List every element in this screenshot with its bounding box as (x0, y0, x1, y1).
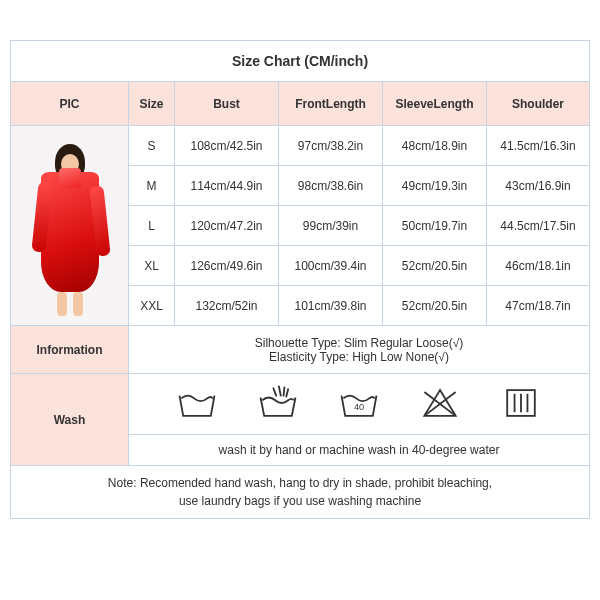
data-rows: S 108cm/42.5in 97cm/38.2in 48cm/18.9in 4… (129, 126, 589, 326)
cell-shoulder: 41.5cm/16.3in (487, 126, 589, 166)
header-bust: Bust (175, 82, 279, 126)
cell-size: XXL (129, 286, 175, 326)
cell-shoulder: 47cm/18.7in (487, 286, 589, 326)
note-line1: Note: Recomended hand wash, hang to dry … (31, 474, 569, 492)
svg-text:40: 40 (354, 402, 364, 412)
wash-row: Wash (11, 374, 589, 466)
cell-sleeve: 48cm/18.9in (383, 126, 487, 166)
cell-size: XL (129, 246, 175, 286)
wash-basin-icon (174, 381, 220, 428)
hand-wash-icon (255, 381, 301, 428)
note-row: Note: Recomended hand wash, hang to dry … (11, 466, 589, 518)
chart-title: Size Chart (CM/inch) (11, 41, 589, 82)
header-size: Size (129, 82, 175, 126)
cell-shoulder: 46cm/18.1in (487, 246, 589, 286)
model-illustration (25, 136, 115, 316)
header-sleeve: SleeveLength (383, 82, 487, 126)
cell-front: 98cm/38.6in (279, 166, 383, 206)
cell-bust: 132cm/52in (175, 286, 279, 326)
cell-size: S (129, 126, 175, 166)
note-line2: use laundry bags if you use washing mach… (31, 492, 569, 510)
no-bleach-icon (417, 381, 463, 428)
header-pic: PIC (11, 82, 129, 126)
table-row: M 114cm/44.9in 98cm/38.6in 49cm/19.3in 4… (129, 166, 589, 206)
table-row: XXL 132cm/52in 101cm/39.8in 52cm/20.5in … (129, 286, 589, 326)
wash-content: 40 (129, 374, 589, 466)
cell-bust: 126cm/49.6in (175, 246, 279, 286)
wash-icons: 40 (129, 374, 589, 435)
cell-front: 97cm/38.2in (279, 126, 383, 166)
information-row: Information Silhouette Type: Slim Regula… (11, 326, 589, 374)
table-row: S 108cm/42.5in 97cm/38.2in 48cm/18.9in 4… (129, 126, 589, 166)
cell-sleeve: 52cm/20.5in (383, 286, 487, 326)
cell-sleeve: 49cm/19.3in (383, 166, 487, 206)
size-chart: Size Chart (CM/inch) PIC Size Bust Front… (10, 40, 590, 519)
cell-shoulder: 44.5cm/17.5in (487, 206, 589, 246)
dry-shade-icon (498, 381, 544, 428)
cell-sleeve: 50cm/19.7in (383, 206, 487, 246)
wash-label: Wash (11, 374, 129, 466)
body-area: S 108cm/42.5in 97cm/38.2in 48cm/18.9in 4… (11, 126, 589, 326)
product-image (11, 126, 129, 326)
header-shoulder: Shoulder (487, 82, 589, 126)
cell-size: M (129, 166, 175, 206)
information-label: Information (11, 326, 129, 374)
wash-text: wash it by hand or machine wash in 40-de… (129, 435, 589, 465)
information-value: Silhouette Type: Slim Regular Loose(√) E… (129, 326, 589, 374)
cell-front: 99cm/39in (279, 206, 383, 246)
elasticity-text: Elasticity Type: High Low None(√) (269, 350, 449, 364)
cell-bust: 108cm/42.5in (175, 126, 279, 166)
silhouette-text: Silhouette Type: Slim Regular Loose(√) (255, 336, 463, 350)
cell-bust: 114cm/44.9in (175, 166, 279, 206)
cell-shoulder: 43cm/16.9in (487, 166, 589, 206)
cell-size: L (129, 206, 175, 246)
header-row: PIC Size Bust FrontLength SleeveLength S… (11, 82, 589, 126)
wash-40-icon: 40 (336, 381, 382, 428)
cell-front: 101cm/39.8in (279, 286, 383, 326)
cell-sleeve: 52cm/20.5in (383, 246, 487, 286)
table-row: XL 126cm/49.6in 100cm/39.4in 52cm/20.5in… (129, 246, 589, 286)
cell-bust: 120cm/47.2in (175, 206, 279, 246)
cell-front: 100cm/39.4in (279, 246, 383, 286)
table-row: L 120cm/47.2in 99cm/39in 50cm/19.7in 44.… (129, 206, 589, 246)
header-front: FrontLength (279, 82, 383, 126)
